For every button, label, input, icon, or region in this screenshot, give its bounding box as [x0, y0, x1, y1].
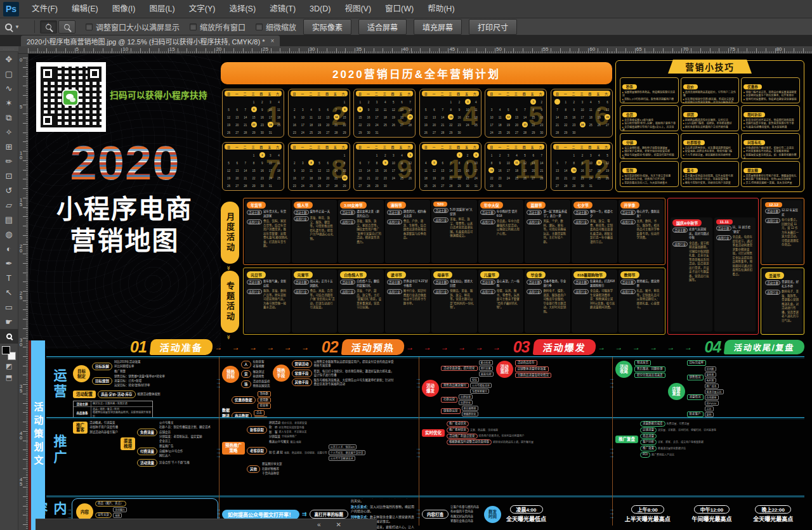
table-row: 活动主题确定玩法 / 主题风格 / 氛围定调: [74, 401, 152, 407]
weekday-label: 三: [580, 92, 584, 96]
industry-text: 全品类，电商年度狂欢节，通过多类活动刺激需求集中释放变现，可针对预售定金玩法提前…: [733, 235, 754, 276]
calendar-day: 16: [580, 169, 584, 172]
document-tab[interactable]: 2020小程序电商营销地图.jpg @ 12.5% (扫码可以获得小程序扶持, …: [21, 36, 280, 46]
collapse-icon[interactable]: «: [317, 521, 321, 528]
calendar-day: 25: [277, 124, 280, 127]
pen-tool[interactable]: ✒: [0, 256, 18, 271]
close-icon[interactable]: ✕: [336, 521, 341, 528]
flow-arrow-icon: → → →: [609, 377, 614, 389]
document-canvas[interactable]: 扫码可以获得小程序扶持 2020 小程序电商 营销地图 2020营销日历&全年营…: [29, 54, 812, 530]
calendar-weekday-row: 日一二三四五六: [553, 91, 610, 96]
screen-mode-button[interactable]: ⬒: [0, 372, 18, 383]
menu-item[interactable]: 图像(I): [105, 0, 143, 18]
checkbox[interactable]: [190, 23, 197, 30]
theme-tag: 活动主题: [765, 280, 780, 285]
theme-text: 白色情人节，翻倍的甜蜜回礼: [357, 280, 382, 288]
menu-item[interactable]: 文件(F): [25, 0, 65, 18]
color-swatches[interactable]: [2, 346, 16, 360]
calendar-day: 29: [572, 184, 575, 188]
zoom-tool[interactable]: [0, 329, 18, 344]
marquee-tool[interactable]: ▢: [0, 67, 18, 81]
map-item: 推广素材优化: [447, 427, 469, 433]
zoom-out-button[interactable]: −: [58, 20, 75, 34]
branch-node: 选品·定价·活动·库存: [98, 391, 136, 398]
calendar-day: 5: [425, 108, 427, 112]
lasso-tool[interactable]: ∿: [0, 81, 18, 96]
industry-tag: 适用行业: [527, 289, 542, 294]
theme-tag: 活动主题: [247, 280, 262, 285]
tip-label: 集卡: [683, 168, 698, 173]
clone-stamp-tool[interactable]: ⊡: [0, 169, 18, 183]
ruler-number: 1 5: [20, 198, 22, 207]
weekday-label: 三: [514, 145, 518, 149]
branch-items: 公众号推文社群人员：制定传播裂变计划、确定话术店铺会员分销裂变：老带新玩法、设定…: [159, 421, 211, 443]
tip-line: 会员储值满赠引导用户充值2次以上，沉淀消费: [622, 126, 676, 131]
tool-panel-grip[interactable]: ·······: [0, 46, 18, 52]
activity-industry: 适用行业数码电子、美妆、服饰等，圣诞暖心营销推送礼盒，对活动进行传播，营造圣诞老…: [765, 290, 800, 323]
branch-items: 朋友圈分享文案社群好物推荐干货内容种草: [262, 462, 282, 475]
options-button[interactable]: 适合屏幕: [358, 19, 407, 35]
menu-item[interactable]: 窗口(W): [378, 0, 421, 18]
time-pill: 凌晨4:00: [510, 505, 543, 514]
magic-wand-tool[interactable]: ✶: [0, 96, 18, 110]
path-select-tool[interactable]: ↖: [0, 285, 18, 300]
activity-card: 清明节活动主题踏青四月，相约春天出游适用行业食品、户外、旅游、生鲜等，结合踏青出…: [385, 200, 431, 263]
map-branch: 常规手段签到、每日打卡领积分、秒杀预告预热；邀请好友助力拆礼盒，设计钩子进行传播: [292, 370, 395, 378]
hand-tool[interactable]: ☛: [0, 314, 18, 329]
eyedropper-tool[interactable]: ✧: [0, 125, 18, 139]
menu-item[interactable]: 帮助(H): [421, 0, 461, 18]
calendar-day: 11: [400, 162, 403, 165]
map-item: 活动推广利益点优化: [447, 434, 478, 439]
hidden-window-bar[interactable]: « ✕: [36, 519, 377, 530]
checkbox[interactable]: [256, 23, 263, 30]
menu-item[interactable]: 视图(V): [337, 0, 378, 18]
calendar-day: 5: [318, 162, 320, 165]
checkbox[interactable]: [86, 23, 93, 30]
menu-item[interactable]: 图层(L): [142, 0, 181, 18]
item-note: 浏览量、访客数、访问时间、停留时间、访问来源等: [658, 429, 716, 432]
calendar-day: 9: [368, 108, 370, 112]
calendar-day: 7: [565, 162, 566, 165]
item-row: 售后跟进、问题处理: [634, 366, 665, 372]
weekday-label: 一: [433, 92, 436, 96]
move-tool[interactable]: ✥: [0, 52, 18, 67]
gradient-tool[interactable]: ▤: [0, 212, 18, 227]
quick-mask-button[interactable]: ◩: [0, 360, 18, 372]
options-button[interactable]: 填充屏幕: [414, 19, 462, 35]
photoshop-logo[interactable]: Ps: [3, 2, 19, 16]
calendar-day: 12: [433, 169, 436, 172]
tool-preset-picker[interactable]: ▼: [5, 23, 30, 30]
calendar-day: 7: [556, 108, 558, 112]
item-row: 活动推广利益点优化结合用户的需求点，优化利益点刺激用户: [447, 434, 534, 439]
calendar-month: 日一二三四五六112345678910111213141516171819202…: [222, 89, 284, 138]
eraser-tool[interactable]: ▱: [0, 198, 18, 212]
weekday-label: 四: [260, 145, 263, 149]
calendar-day: 31: [589, 184, 593, 188]
map-root: 预热 目标: [222, 366, 239, 383]
activity-industry: 适用行业礼品、图书、鲜花等，定制类礼品可从尊师话题切入：感恩礼盒、心意贺卡。: [620, 289, 662, 310]
industry-tag: 适用行业: [765, 218, 780, 223]
calendar-month: 日一二三四五六912345678910111213141516171819202…: [353, 142, 416, 191]
crop-tool[interactable]: ⧉: [0, 110, 18, 125]
menu-item[interactable]: 选择(S): [222, 0, 263, 18]
healing-brush-tool[interactable]: ⊞: [0, 139, 18, 154]
blur-tool[interactable]: ◍: [0, 227, 18, 242]
menu-item[interactable]: 编辑(E): [65, 0, 105, 18]
calendar-day: 21: [334, 124, 337, 127]
type-tool[interactable]: T: [0, 271, 18, 285]
dodge-tool[interactable]: ◐: [0, 242, 18, 256]
calendar-days: 1234567891011121314151617181920212223242…: [225, 152, 283, 190]
map-branches: 活动全面放量，提升转化整点秒杀限时优惠满减/包邮预售商品尾款催付短信公众号模板消…: [441, 360, 494, 417]
tip-line: 佣金与销量联动“阶梯制”，结算及时提升积极性: [622, 153, 676, 159]
tab-close-icon[interactable]: ×: [270, 37, 274, 44]
menu-item[interactable]: 文字(Y): [182, 0, 223, 18]
menu-item[interactable]: 3D(D): [303, 0, 337, 18]
brush-tool[interactable]: ✏: [0, 154, 18, 169]
options-button[interactable]: 打印尺寸: [469, 19, 517, 35]
options-button[interactable]: 实际像素: [303, 19, 351, 35]
menu-item[interactable]: 滤镜(T): [263, 0, 303, 18]
foreground-color-swatch[interactable]: [2, 346, 10, 354]
zoom-in-button[interactable]: +: [40, 20, 57, 34]
shape-tool[interactable]: ▭: [0, 300, 18, 314]
history-brush-tool[interactable]: ↺: [0, 183, 18, 198]
